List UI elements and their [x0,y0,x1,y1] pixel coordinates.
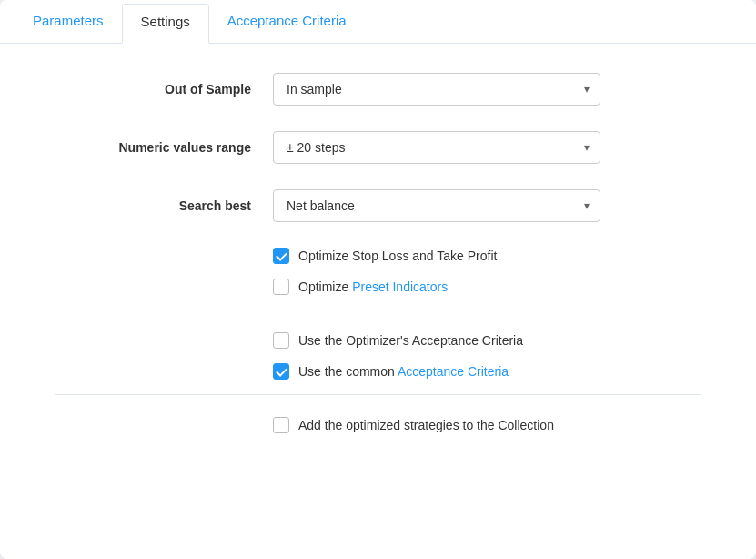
add-optimized-strategies-row: Add the optimized strategies to the Coll… [273,417,701,433]
use-optimizer-acceptance-row: Use the Optimizer's Acceptance Criteria [273,332,701,349]
numeric-values-range-control: ± 10 steps ± 20 steps ± 50 steps ± 100 s… [273,131,600,164]
optimize-preset-label[interactable]: Optimize Preset Indicators [273,279,448,295]
settings-content: Out of Sample In sample Out of sample ▾ … [0,44,756,477]
checkbox-group-2: Use the Optimizer's Acceptance Criteria … [273,332,701,380]
use-optimizer-acceptance-label[interactable]: Use the Optimizer's Acceptance Criteria [273,332,523,349]
divider-1 [55,310,701,310]
use-optimizer-acceptance-checkbox[interactable] [273,332,289,349]
numeric-values-range-row: Numeric values range ± 10 steps ± 20 ste… [55,131,701,164]
main-card: Parameters Settings Acceptance Criteria … [0,0,756,559]
optimize-preset-text: Optimize Preset Indicators [298,280,448,294]
tab-acceptance-criteria[interactable]: Acceptance Criteria [209,0,365,44]
add-optimized-strategies-checkbox[interactable] [273,417,289,433]
numeric-values-range-select[interactable]: ± 10 steps ± 20 steps ± 50 steps ± 100 s… [273,131,600,164]
use-common-acceptance-link[interactable]: Acceptance Criteria [398,364,509,379]
out-of-sample-control: In sample Out of sample ▾ [273,73,600,106]
checkbox-group-3: Add the optimized strategies to the Coll… [273,417,701,433]
numeric-values-range-label: Numeric values range [55,140,273,155]
use-common-acceptance-label[interactable]: Use the common Acceptance Criteria [273,363,509,380]
divider-2 [55,394,701,395]
search-best-label: Search best [55,198,273,213]
optimize-stop-loss-checkbox[interactable] [273,248,289,264]
checkbox-group-1: Optimize Stop Loss and Take Profit Optim… [273,248,701,295]
use-common-acceptance-prefix: Use the common [298,364,398,379]
optimize-preset-row: Optimize Preset Indicators [273,279,701,295]
use-optimizer-acceptance-text: Use the Optimizer's Acceptance Criteria [298,333,523,348]
out-of-sample-label: Out of Sample [55,82,273,97]
optimize-stop-loss-label[interactable]: Optimize Stop Loss and Take Profit [273,248,497,264]
add-optimized-strategies-text: Add the optimized strategies to the Coll… [298,418,554,432]
optimize-preset-checkbox[interactable] [273,279,289,295]
optimize-preset-link[interactable]: Preset Indicators [352,280,448,294]
numeric-values-range-select-wrapper: ± 10 steps ± 20 steps ± 50 steps ± 100 s… [273,131,600,164]
tab-bar: Parameters Settings Acceptance Criteria [0,0,756,44]
search-best-control: Net balance Profit factor Sharpe ratio M… [273,189,600,222]
out-of-sample-row: Out of Sample In sample Out of sample ▾ [55,73,701,106]
search-best-select[interactable]: Net balance Profit factor Sharpe ratio M… [273,189,600,222]
out-of-sample-select[interactable]: In sample Out of sample [273,73,600,106]
use-common-acceptance-text: Use the common Acceptance Criteria [298,364,509,379]
optimize-preset-prefix: Optimize [298,280,352,294]
search-best-row: Search best Net balance Profit factor Sh… [55,189,701,222]
use-common-acceptance-row: Use the common Acceptance Criteria [273,363,701,380]
optimize-stop-loss-text: Optimize Stop Loss and Take Profit [298,249,497,263]
out-of-sample-select-wrapper: In sample Out of sample ▾ [273,73,600,106]
optimize-stop-loss-row: Optimize Stop Loss and Take Profit [273,248,701,264]
add-optimized-strategies-label[interactable]: Add the optimized strategies to the Coll… [273,417,554,433]
search-best-select-wrapper: Net balance Profit factor Sharpe ratio M… [273,189,600,222]
tab-parameters[interactable]: Parameters [15,0,122,44]
use-common-acceptance-checkbox[interactable] [273,363,289,380]
tab-settings[interactable]: Settings [122,4,209,44]
